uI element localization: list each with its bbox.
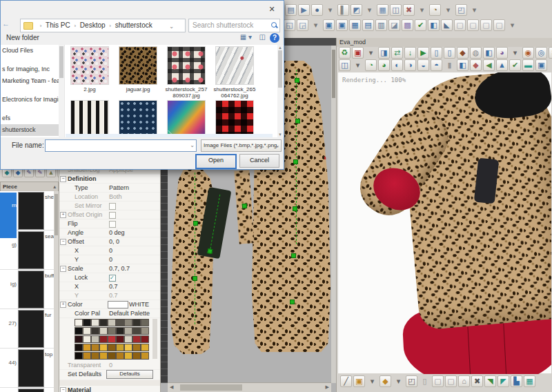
toolbar-icon[interactable]: ▢ (432, 375, 444, 387)
toolbar-icon[interactable]: ▾ (324, 4, 336, 16)
toolbar-icon[interactable]: ◆ (470, 59, 482, 71)
file-thumbnail[interactable] (167, 46, 206, 85)
toolbar-icon[interactable]: ▾ (310, 19, 322, 31)
piece-thumbnail[interactable] (18, 310, 44, 348)
piece-thumbnail[interactable] (18, 389, 44, 392)
color-palette-grid[interactable] (75, 319, 159, 360)
new-folder-button[interactable]: New folder (6, 34, 39, 41)
property-group-material[interactable]: − Material (59, 386, 160, 392)
toolbar-icon[interactable]: ◆ (457, 47, 469, 59)
palette-color-cell[interactable] (116, 335, 124, 343)
palette-color-cell[interactable] (124, 319, 132, 326)
toolbar-icon[interactable]: ◍ (470, 47, 482, 59)
collapse-icon[interactable]: − (60, 239, 66, 245)
toolbar-icon[interactable]: ▯ (419, 375, 431, 387)
nav-scrollbar[interactable] (59, 45, 64, 137)
toolbar-icon[interactable]: ▥ (375, 19, 387, 31)
toolbar-icon[interactable]: ▌ (337, 4, 349, 16)
view-mode-icon[interactable]: ▦ ▾ (240, 33, 252, 41)
toolbar-icon[interactable]: ▢ (454, 19, 466, 31)
toolbar-icon[interactable]: ▦ (349, 19, 361, 31)
dropdown-caret-icon[interactable]: ⌄ (190, 142, 195, 148)
palette-color-cell[interactable] (99, 319, 108, 326)
toolbar-icon[interactable]: ● (311, 4, 323, 16)
toolbar-icon[interactable]: ▾ (364, 4, 375, 16)
help-icon[interactable]: ? (270, 33, 279, 43)
palette-color-cell[interactable] (116, 352, 124, 360)
collapse-icon[interactable]: ▴ (53, 182, 56, 191)
toolbar-icon[interactable]: ◔ (365, 59, 377, 71)
toolbar-icon[interactable]: ▶ (298, 4, 310, 16)
palette-color-cell[interactable] (75, 327, 83, 335)
palette-color-cell[interactable] (75, 319, 83, 326)
piece-row[interactable]: 44) top s (0, 349, 54, 388)
nav-item-selected[interactable]: shutterstock (1, 124, 64, 136)
piece-thumbnail[interactable] (18, 192, 44, 230)
palette-color-cell[interactable] (141, 344, 149, 351)
toolbar-icon[interactable]: ▤ (285, 4, 297, 16)
toolbar-icon[interactable]: ▢ (445, 375, 457, 387)
preview-pane-icon[interactable]: ◫ (259, 33, 266, 41)
toolbar-icon[interactable]: ▣ (352, 47, 364, 59)
piece-list-scrollbar[interactable] (54, 191, 59, 392)
toolbar-icon[interactable]: ◐ (391, 59, 403, 71)
nav-item[interactable]: Cloud Files (1, 45, 64, 57)
toolbar-icon[interactable]: ▢ (493, 19, 505, 31)
nav-item[interactable]: Marketing Team - feature (1, 75, 64, 87)
toolbar-icon[interactable]: ⌂ (458, 375, 470, 387)
toolbar-icon[interactable]: ▾ (509, 47, 521, 59)
toolbar-icon[interactable]: ▾ (416, 4, 428, 16)
toolbar-icon[interactable]: ◉ (522, 47, 534, 59)
flip-checkbox[interactable] (109, 221, 116, 228)
file-item[interactable]: shutterstock_257 809037.jpg (164, 46, 209, 99)
palette-color-cell[interactable] (132, 335, 141, 343)
palette-color-cell[interactable] (75, 344, 83, 351)
open-button[interactable]: Open (195, 154, 237, 169)
collapse-icon[interactable]: − (60, 176, 66, 182)
toolbar-icon[interactable]: ▣ (353, 375, 365, 387)
file-thumbnail[interactable] (119, 46, 157, 85)
toolbar-icon[interactable]: ▮ (444, 59, 455, 71)
pattern-piece-strip[interactable] (234, 170, 254, 244)
scroll-up-icon[interactable]: ▲ (277, 45, 283, 50)
toolbar-icon[interactable]: ▾ (365, 47, 377, 59)
toolbar-icon[interactable]: ✖ (549, 47, 552, 59)
toolbar-icon[interactable]: ▾ (469, 4, 480, 16)
piece-row[interactable]: ig) buffa (0, 270, 54, 309)
file-thumbnail[interactable] (215, 100, 254, 137)
toolbar-icon[interactable]: ◆ (379, 375, 391, 387)
palette-color-cell[interactable] (141, 352, 149, 360)
expand-icon[interactable]: + (60, 302, 66, 308)
palette-color-cell[interactable] (132, 327, 141, 335)
file-thumbnail[interactable] (167, 100, 206, 137)
toolbar-icon[interactable]: ▾ (506, 19, 518, 31)
palette-color-cell[interactable] (108, 344, 116, 351)
toolbar-icon[interactable]: ▦ (377, 4, 388, 16)
render-viewport[interactable]: Rendering... 100% (338, 72, 551, 374)
toolbar-icon[interactable]: ▾ (352, 59, 364, 71)
cancel-button[interactable]: Cancel (239, 154, 279, 168)
palette-color-cell[interactable] (91, 319, 99, 326)
toolbar-icon[interactable]: ◕ (378, 59, 390, 71)
file-thumbnail[interactable] (215, 46, 254, 85)
scroll-right-icon[interactable]: ▶ (326, 384, 329, 390)
palette-color-cell[interactable] (91, 344, 99, 351)
palette-color-cell[interactable] (116, 327, 124, 335)
palette-color-cell[interactable] (99, 344, 108, 351)
piece-row[interactable]: 40) leath (0, 388, 54, 392)
palette-color-cell[interactable] (141, 335, 149, 343)
expand-icon[interactable]: + (60, 212, 66, 218)
piece-thumbnail[interactable] (18, 349, 44, 387)
file-thumbnail[interactable] (119, 100, 157, 137)
palette-color-cell[interactable] (108, 319, 116, 326)
palette-color-cell[interactable] (83, 327, 91, 335)
breadcrumb-desktop[interactable]: Desktop (80, 21, 106, 29)
toolbar-icon[interactable]: ▣ (323, 19, 335, 31)
toolbar-icon[interactable]: ◧ (483, 47, 495, 59)
toolbar-icon[interactable]: ▲ (496, 59, 508, 71)
toolbar-icon[interactable]: ◧ (428, 19, 440, 31)
breadcrumb-dropdown-icon[interactable]: ⌄ (169, 21, 174, 32)
palette-color-cell[interactable] (141, 319, 149, 326)
palette-color-cell[interactable] (108, 352, 116, 360)
breadcrumb-this-pc[interactable]: This PC (46, 21, 70, 29)
